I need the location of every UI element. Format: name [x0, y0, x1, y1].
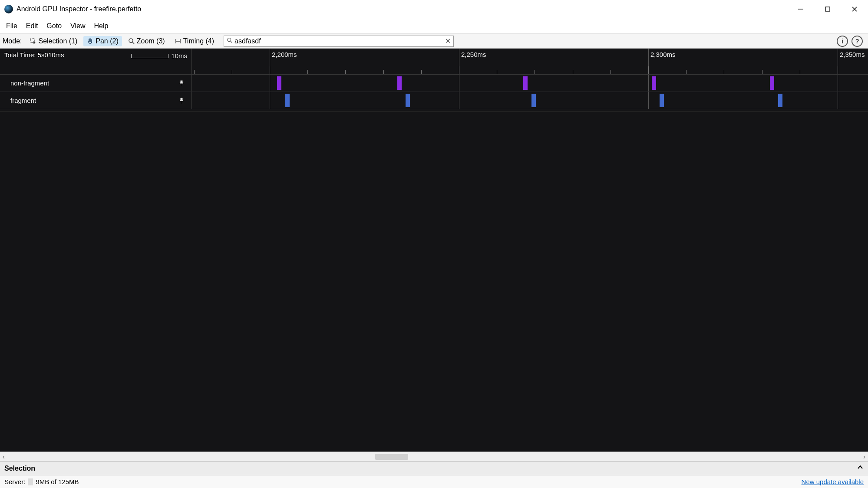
trace-event[interactable]: [770, 76, 774, 90]
tracks-container: non-fragmentfragment: [0, 75, 868, 109]
trace-event[interactable]: [778, 94, 782, 107]
chevron-up-icon: [857, 464, 864, 471]
mode-selection-label: Selection (1): [38, 37, 77, 45]
pan-icon: [87, 38, 94, 45]
scale-label: 10ms: [171, 52, 187, 59]
help-icon: ?: [855, 37, 859, 45]
vertical-scrollbar[interactable]: [859, 49, 868, 452]
search-box[interactable]: ✕: [224, 36, 454, 47]
timeline-area[interactable]: Total Time: 5s010ms 10ms 2,200ms2,250ms2…: [0, 49, 868, 452]
selection-panel[interactable]: Selection: [0, 461, 868, 475]
track-row[interactable]: non-fragment: [0, 75, 868, 92]
track-gridline: [270, 75, 270, 92]
track-name-label: non-fragment: [10, 79, 49, 87]
menu-view[interactable]: View: [66, 20, 89, 33]
trace-event[interactable]: [277, 76, 281, 90]
track-name-label: fragment: [10, 97, 36, 104]
minimize-icon: [798, 6, 804, 12]
track-label-cell[interactable]: non-fragment: [0, 75, 192, 92]
selection-panel-toggle[interactable]: [857, 464, 864, 473]
hscroll-left-arrow[interactable]: ‹: [3, 453, 5, 460]
track-gridline: [459, 75, 459, 92]
svg-point-5: [129, 39, 133, 43]
ruler-minor-ticks: [192, 66, 868, 74]
mode-pan-button[interactable]: Pan (2): [83, 36, 122, 46]
selection-panel-title: Selection: [4, 465, 35, 472]
track-label-cell[interactable]: fragment: [0, 92, 192, 109]
ruler-major-label: 2,300ms: [650, 51, 676, 58]
mode-selection-button[interactable]: Selection (1): [26, 36, 81, 46]
window-controls: [787, 0, 868, 18]
ruler-major-label: 2,200ms: [272, 51, 297, 58]
menu-file[interactable]: File: [2, 20, 22, 33]
mode-timing-label: Timing (4): [183, 37, 214, 45]
trace-event[interactable]: [652, 76, 656, 90]
timeline-header-sidebar: Total Time: 5s010ms 10ms: [0, 49, 192, 74]
window-maximize-button[interactable]: [814, 0, 841, 18]
track-canvas[interactable]: [192, 92, 868, 109]
search-icon: [227, 37, 233, 45]
svg-line-6: [132, 42, 134, 44]
track-canvas[interactable]: [192, 75, 868, 92]
svg-line-11: [231, 41, 232, 43]
search-input[interactable]: [234, 37, 445, 45]
clear-search-button[interactable]: ✕: [445, 37, 451, 45]
selection-icon: [30, 38, 36, 45]
trace-event[interactable]: [285, 94, 290, 107]
update-available-link[interactable]: New update available: [802, 478, 864, 485]
trace-event[interactable]: [406, 94, 410, 107]
status-bar: Server: 9MB of 125MB New update availabl…: [0, 475, 868, 488]
menu-edit[interactable]: Edit: [22, 20, 43, 33]
timeline-header: Total Time: 5s010ms 10ms 2,200ms2,250ms2…: [0, 49, 868, 75]
trace-event[interactable]: [523, 76, 528, 90]
mode-zoom-label: Zoom (3): [137, 37, 165, 45]
track-gridline: [838, 92, 838, 109]
window-titlebar: Android GPU Inspector - freefire.perfett…: [0, 0, 868, 18]
svg-point-10: [228, 38, 231, 42]
scale-bar-icon: [131, 54, 168, 58]
time-ruler[interactable]: 2,200ms2,250ms2,300ms2,350ms: [192, 49, 868, 74]
menu-bar: File Edit Goto View Help: [0, 18, 868, 34]
track-gridline: [648, 92, 649, 109]
track-gridline: [648, 75, 649, 92]
window-title: Android GPU Inspector - freefire.perfett…: [17, 5, 141, 13]
mode-label: Mode:: [3, 37, 22, 45]
pin-icon[interactable]: [178, 80, 185, 87]
zoom-icon: [128, 38, 135, 45]
maximize-icon: [825, 6, 831, 12]
svg-rect-1: [825, 7, 830, 11]
mode-zoom-button[interactable]: Zoom (3): [125, 36, 168, 46]
hscroll-right-arrow[interactable]: ›: [863, 453, 865, 460]
menu-help[interactable]: Help: [89, 20, 112, 33]
trace-event[interactable]: [397, 76, 402, 90]
toolbar-right-icons: i ?: [837, 36, 865, 47]
memory-usage-text: 9MB of 125MB: [36, 478, 79, 485]
mode-pan-label: Pan (2): [96, 37, 118, 45]
toolbar: Mode: Selection (1) Pan (2) Zoom (3) Tim…: [0, 34, 868, 49]
hscroll-thumb[interactable]: [375, 454, 408, 460]
track-gridline: [459, 92, 459, 109]
trace-event[interactable]: [660, 94, 664, 107]
menu-goto[interactable]: Goto: [42, 20, 66, 33]
scale-indicator: 10ms: [131, 52, 187, 59]
horizontal-scrollbar[interactable]: ‹ ›: [0, 452, 868, 461]
help-button[interactable]: ?: [851, 36, 863, 47]
tracks-empty-space[interactable]: [0, 112, 868, 452]
mode-timing-button[interactable]: Timing (4): [171, 36, 218, 46]
track-row[interactable]: fragment: [0, 92, 868, 109]
window-minimize-button[interactable]: [787, 0, 814, 18]
memory-usage-bar: [28, 478, 33, 485]
server-label: Server:: [4, 478, 25, 485]
app-icon: [4, 5, 13, 13]
info-button[interactable]: i: [837, 36, 848, 47]
trace-viewer: Total Time: 5s010ms 10ms 2,200ms2,250ms2…: [0, 49, 868, 452]
timing-icon: [175, 38, 182, 45]
info-icon: i: [842, 37, 843, 45]
close-icon: [851, 6, 858, 12]
trace-event[interactable]: [531, 94, 536, 107]
track-gridline: [838, 75, 838, 92]
pin-icon[interactable]: [178, 97, 185, 104]
track-gridline: [270, 92, 270, 109]
window-close-button[interactable]: [841, 0, 868, 18]
ruler-major-label: 2,250ms: [461, 51, 486, 58]
